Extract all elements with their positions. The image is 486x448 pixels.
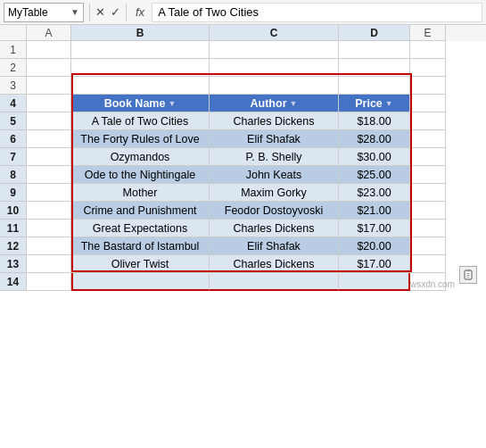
cell-1-b[interactable] [71,41,210,59]
cell-6-e[interactable] [410,130,446,148]
row-num-13: 13 [0,255,27,273]
price-11: $17.00 [357,222,391,235]
cell-10-a[interactable] [27,202,71,220]
cell-2-b[interactable] [71,59,210,77]
cell-11-b[interactable]: Great Expectations [71,220,210,237]
row-num-3: 3 [0,77,27,95]
cell-3-b[interactable] [71,77,210,95]
cell-6-b[interactable]: The Forty Rules of Love [71,130,210,148]
book-11: Great Expectations [93,222,187,235]
price-13: $17.00 [357,258,391,270]
cell-9-a[interactable] [27,184,71,202]
cell-3-c[interactable] [210,77,339,95]
cell-11-e[interactable] [410,220,446,237]
cell-3-a[interactable] [27,77,71,95]
author-header: Author [251,97,287,110]
author-8: John Keats [246,169,302,181]
row-num-7: 7 [0,148,27,166]
row-num-12: 12 [0,237,27,255]
cell-9-c[interactable]: Maxim Gorky [210,184,339,202]
formula-input[interactable] [152,3,482,22]
cell-12-d[interactable]: $20.00 [339,237,410,255]
cell-5-e[interactable] [410,112,446,130]
table-row: 10 Crime and Punishment Feodor Dostoyvos… [0,202,486,220]
table-row: 8 Ode to the Nightingale John Keats $25.… [0,166,486,184]
cell-8-b[interactable]: Ode to the Nightingale [71,166,210,184]
cell-8-a[interactable] [27,166,71,184]
cell-6-a[interactable] [27,130,71,148]
book-name-dropdown-icon[interactable]: ▼ [168,99,176,108]
cell-8-e[interactable] [410,166,446,184]
cell-2-d[interactable] [339,59,410,77]
cell-7-c[interactable]: P. B. Shelly [210,148,339,166]
cell-7-b[interactable]: Ozymandos [71,148,210,166]
cell-14-b[interactable] [71,273,210,291]
cell-2-a[interactable] [27,59,71,77]
cancel-icon[interactable]: ✕ [95,5,105,19]
cell-1-e[interactable] [410,41,446,59]
book-10: Crime and Punishment [83,204,196,217]
cell-6-d[interactable]: $28.00 [339,130,410,148]
cell-9-d[interactable]: $23.00 [339,184,410,202]
cell-14-a[interactable] [27,273,71,291]
cell-3-d[interactable] [339,77,410,95]
cell-5-a[interactable] [27,112,71,130]
price-header: Price [355,97,383,110]
cell-11-d[interactable]: $17.00 [339,220,410,237]
table-row: 1 [0,41,486,59]
cell-7-d[interactable]: $30.00 [339,148,410,166]
cell-4-c[interactable]: Author ▼ [210,95,339,112]
cell-5-c[interactable]: Charles Dickens [210,112,339,130]
name-box-dropdown-icon[interactable]: ▼ [70,7,79,17]
cell-11-a[interactable] [27,220,71,237]
cell-7-e[interactable] [410,148,446,166]
cell-4-a[interactable] [27,95,71,112]
table-row: 4 Book Name ▼ Author ▼ Price ▼ [0,95,486,112]
cell-7-a[interactable] [27,148,71,166]
formula-bar-divider [89,4,90,21]
author-dropdown-icon[interactable]: ▼ [290,99,298,108]
cell-5-b[interactable]: A Tale of Two Cities [71,112,210,130]
cell-13-d[interactable]: $17.00 [339,255,410,273]
cell-14-c[interactable] [210,273,339,291]
cell-14-d[interactable] [339,273,410,291]
cell-9-e[interactable] [410,184,446,202]
cell-4-e[interactable] [410,95,446,112]
cell-5-d[interactable]: $18.00 [339,112,410,130]
formula-bar-divider2 [126,4,127,21]
cell-12-c[interactable]: Elif Shafak [210,237,339,255]
cell-10-e[interactable] [410,202,446,220]
cell-8-c[interactable]: John Keats [210,166,339,184]
confirm-icon[interactable]: ✓ [111,5,120,19]
cell-13-c[interactable]: Charles Dickens [210,255,339,273]
cell-12-b[interactable]: The Bastard of Istambul [71,237,210,255]
cell-2-c[interactable] [210,59,339,77]
cell-2-e[interactable] [410,59,446,77]
cell-10-c[interactable]: Feodor Dostoyvoski [210,202,339,220]
cell-10-b[interactable]: Crime and Punishment [71,202,210,220]
cell-6-c[interactable]: Elif Shafak [210,130,339,148]
cell-1-a[interactable] [27,41,71,59]
cell-4-d[interactable]: Price ▼ [339,95,410,112]
clipboard-icon[interactable] [459,266,477,284]
cell-1-c[interactable] [210,41,339,59]
row-num-9: 9 [0,184,27,202]
formula-icons: ✕ ✓ [95,5,120,19]
cell-3-e[interactable] [410,77,446,95]
cell-9-b[interactable]: Mother [71,184,210,202]
cell-13-e[interactable] [410,255,446,273]
cell-8-d[interactable]: $25.00 [339,166,410,184]
cell-13-a[interactable] [27,255,71,273]
cell-11-c[interactable]: Charles Dickens [210,220,339,237]
name-box[interactable]: MyTable ▼ [4,3,84,22]
cell-12-e[interactable] [410,237,446,255]
table-row: 13 Oliver Twist Charles Dickens $17.00 [0,255,486,273]
cell-10-d[interactable]: $21.00 [339,202,410,220]
cell-13-b[interactable]: Oliver Twist [71,255,210,273]
col-header-c: C [210,25,339,41]
cell-4-b[interactable]: Book Name ▼ [71,95,210,112]
cell-1-d[interactable] [339,41,410,59]
cell-12-a[interactable] [27,237,71,255]
price-10: $21.00 [357,204,391,217]
price-dropdown-icon[interactable]: ▼ [385,99,393,108]
